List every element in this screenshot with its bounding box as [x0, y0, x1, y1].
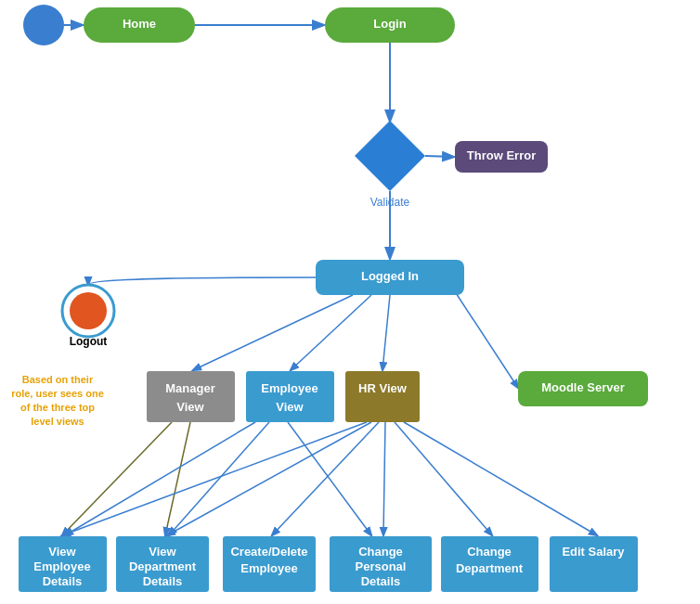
arrow-hr-changepersonal: [383, 422, 385, 535]
logged-in-node: [316, 260, 464, 295]
arrow-emp-changepersonal: [288, 422, 371, 535]
throw-error-node: [455, 141, 548, 173]
arrow-validate-error: [425, 156, 453, 157]
annotation-line4: level views: [31, 416, 84, 427]
hr-view-node: [345, 371, 420, 422]
view-employee-node: [19, 536, 107, 592]
arrow-hr-editsalary: [404, 422, 597, 535]
moodle-server-node: [518, 371, 648, 406]
arrow-manager-viewemp: [62, 422, 172, 535]
view-department-node: [116, 536, 209, 592]
arrow-loggedin-employee: [291, 295, 371, 370]
change-department-node: [441, 536, 538, 592]
employee-view-node: [246, 371, 334, 422]
start-node: [23, 5, 64, 45]
arrow-emp-viewemp: [65, 422, 255, 535]
edit-salary-node: [550, 536, 638, 592]
home-node: [84, 7, 195, 43]
annotation-line1: Based on their: [22, 374, 94, 385]
arrow-loggedin-manager: [193, 295, 353, 370]
manager-view-node: [147, 371, 235, 422]
login-node: [325, 7, 455, 43]
flowchart-diagram: Home Login Validate Throw Error Logged I…: [0, 0, 700, 604]
annotation-line2: role, user sees one: [11, 388, 104, 399]
arrow-hr-viewemp: [62, 422, 367, 535]
annotation-line3: of the three top: [20, 402, 95, 413]
arrow-hr-viewdept: [167, 422, 371, 535]
create-delete-node: [223, 536, 316, 592]
arrow-emp-viewdept: [169, 422, 269, 535]
logout-inner-circle: [70, 292, 107, 329]
arrow-manager-viewdept: [165, 422, 190, 535]
arrow-hr-changedept: [395, 422, 492, 535]
logout-label: Logout: [70, 335, 108, 348]
validate-node: [355, 121, 425, 191]
arrow-loggedin-logout: [88, 277, 316, 285]
validate-label: Validate: [370, 196, 410, 209]
arrow-loggedin-hr: [382, 295, 390, 370]
change-personal-node: [330, 536, 432, 592]
arrow-hr-createdelete: [272, 422, 379, 535]
